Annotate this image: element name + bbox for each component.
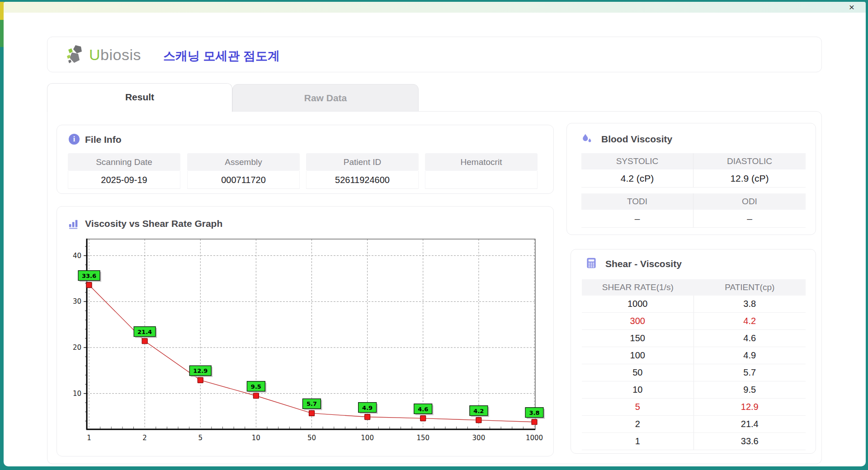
tab-result[interactable]: Result bbox=[47, 83, 232, 112]
systolic-diastolic-table: SYSTOLIC DIASTOLIC 4.2 (cP) 12.9 (cP) bbox=[581, 153, 806, 188]
column-header: Scanning Date bbox=[68, 153, 180, 171]
patient-viscosity-cell: 4.9 bbox=[694, 347, 806, 364]
svg-text:300: 300 bbox=[472, 434, 486, 442]
patient-viscosity-cell: 12.9 bbox=[694, 399, 806, 415]
column-header: Patient ID bbox=[306, 153, 419, 171]
table-row: 221.4 bbox=[582, 416, 806, 433]
table-row: 10003.8 bbox=[582, 296, 806, 313]
bar-chart-icon bbox=[68, 218, 79, 229]
logo-text-rest: biosis bbox=[100, 46, 141, 63]
patient-viscosity-cell: 21.4 bbox=[694, 416, 806, 432]
svg-text:21.4: 21.4 bbox=[137, 329, 152, 335]
patient-viscosity-cell: 4.2 bbox=[694, 313, 806, 329]
svg-text:4.6: 4.6 bbox=[418, 406, 428, 413]
table-row: 1504.6 bbox=[582, 330, 806, 347]
calculator-icon bbox=[586, 258, 597, 268]
shear-viscosity-title: Shear - Viscosity bbox=[605, 258, 682, 269]
app-header: Ubiosis 스캐닝 모세관 점도계 bbox=[47, 37, 822, 72]
blood-viscosity-title: Blood Viscosity bbox=[601, 134, 672, 145]
patient-viscosity-cell: 5.7 bbox=[694, 364, 806, 381]
svg-text:9.5: 9.5 bbox=[251, 383, 261, 390]
assembly-value: 000711720 bbox=[187, 171, 300, 189]
svg-text:50: 50 bbox=[307, 434, 316, 442]
shear-rate-cell: 1000 bbox=[582, 296, 694, 312]
svg-text:5.7: 5.7 bbox=[307, 400, 317, 407]
graph-title: Viscosity vs Shear Rate Graph bbox=[85, 218, 222, 229]
logo-mark-icon bbox=[65, 43, 88, 66]
column-header: PATIENT(cp) bbox=[694, 279, 806, 296]
ubiosis-logo: Ubiosis bbox=[65, 43, 141, 66]
svg-text:1: 1 bbox=[87, 434, 91, 442]
svg-text:40: 40 bbox=[73, 252, 81, 260]
column-header: ODI bbox=[693, 193, 806, 210]
table-row: 505.7 bbox=[582, 364, 806, 381]
file-info-col-hematocrit: Hematocrit bbox=[425, 153, 538, 189]
patient-viscosity-cell: 33.6 bbox=[694, 433, 806, 450]
svg-text:4.9: 4.9 bbox=[362, 404, 373, 411]
column-header: TODI bbox=[581, 193, 693, 210]
patient-viscosity-cell: 4.6 bbox=[694, 330, 806, 347]
file-info-card: i File Info Scanning Date 2025-09-19 Ass… bbox=[57, 125, 554, 194]
table-header-row: SHEAR RATE(1/s) PATIENT(cp) bbox=[582, 279, 806, 296]
table-row: 1004.9 bbox=[582, 347, 806, 364]
patient-id-value: 52611924600 bbox=[306, 171, 419, 189]
page-title: 스캐닝 모세관 점도계 bbox=[163, 48, 280, 64]
todi-value: – bbox=[581, 210, 693, 228]
file-info-col-assembly: Assembly 000711720 bbox=[187, 153, 300, 189]
svg-text:20: 20 bbox=[73, 343, 81, 352]
blood-viscosity-card: Blood Viscosity SYSTOLIC DIASTOLIC 4.2 (… bbox=[566, 123, 816, 235]
app-window: Ubiosis 스캐닝 모세관 점도계 Raw Data Result i Fi… bbox=[4, 13, 866, 466]
svg-text:10: 10 bbox=[73, 390, 81, 398]
hematocrit-value bbox=[425, 171, 538, 189]
svg-text:5: 5 bbox=[198, 434, 203, 442]
svg-text:150: 150 bbox=[416, 434, 429, 442]
svg-text:1000: 1000 bbox=[526, 434, 543, 442]
shear-rate-cell: 150 bbox=[582, 330, 694, 347]
column-header: Assembly bbox=[187, 153, 300, 171]
tab-raw-data[interactable]: Raw Data bbox=[232, 84, 419, 112]
shear-rate-cell: 100 bbox=[582, 347, 694, 364]
table-row: 512.9 bbox=[582, 399, 806, 416]
patient-viscosity-cell: 9.5 bbox=[694, 381, 806, 398]
shear-rate-cell: 1 bbox=[582, 433, 694, 450]
scanning-date-value: 2025-09-19 bbox=[68, 171, 180, 189]
info-icon: i bbox=[69, 134, 80, 145]
table-row: 109.5 bbox=[582, 381, 806, 399]
todi-odi-table: TODI ODI – – bbox=[581, 193, 806, 228]
droplets-icon bbox=[581, 133, 592, 144]
shear-rate-cell: 50 bbox=[582, 364, 694, 381]
viscosity-graph-card: Viscosity vs Shear Rate Graph 1251050100… bbox=[57, 206, 554, 456]
svg-text:33.6: 33.6 bbox=[82, 273, 96, 279]
shear-rate-cell: 10 bbox=[582, 381, 694, 398]
shear-rate-cell: 300 bbox=[582, 313, 694, 329]
table-row: 3004.2 bbox=[582, 313, 806, 330]
patient-viscosity-cell: 3.8 bbox=[694, 296, 806, 312]
svg-text:3.8: 3.8 bbox=[529, 409, 539, 416]
shear-rate-cell: 5 bbox=[582, 399, 694, 415]
column-header: DIASTOLIC bbox=[693, 153, 806, 169]
svg-text:4.2: 4.2 bbox=[473, 408, 484, 414]
svg-text:30: 30 bbox=[73, 297, 81, 306]
diastolic-value: 12.9 (cP) bbox=[693, 169, 806, 188]
column-header: SHEAR RATE(1/s) bbox=[582, 279, 694, 296]
table-row: 133.6 bbox=[582, 433, 806, 450]
column-header: SYSTOLIC bbox=[581, 153, 693, 169]
systolic-value: 4.2 (cP) bbox=[581, 169, 693, 188]
shear-viscosity-table: SHEAR RATE(1/s) PATIENT(cp) 10003.83004.… bbox=[582, 279, 806, 450]
file-info-col-patient-id: Patient ID 52611924600 bbox=[306, 153, 419, 189]
column-header: Hematocrit bbox=[425, 153, 538, 171]
logo-text-u: U bbox=[89, 46, 100, 63]
svg-text:10: 10 bbox=[252, 434, 260, 442]
odi-value: – bbox=[693, 210, 806, 228]
file-info-col-scanning-date: Scanning Date 2025-09-19 bbox=[68, 153, 180, 189]
shear-rate-cell: 2 bbox=[582, 416, 694, 432]
svg-text:100: 100 bbox=[361, 434, 374, 442]
shear-viscosity-card: Shear - Viscosity SHEAR RATE(1/s) PATIEN… bbox=[571, 249, 816, 454]
svg-text:12.9: 12.9 bbox=[193, 367, 208, 374]
file-info-title: File Info bbox=[85, 134, 122, 145]
viscosity-chart: 125105010015030010001020304033.621.412.9… bbox=[58, 234, 553, 453]
svg-text:2: 2 bbox=[142, 434, 147, 442]
